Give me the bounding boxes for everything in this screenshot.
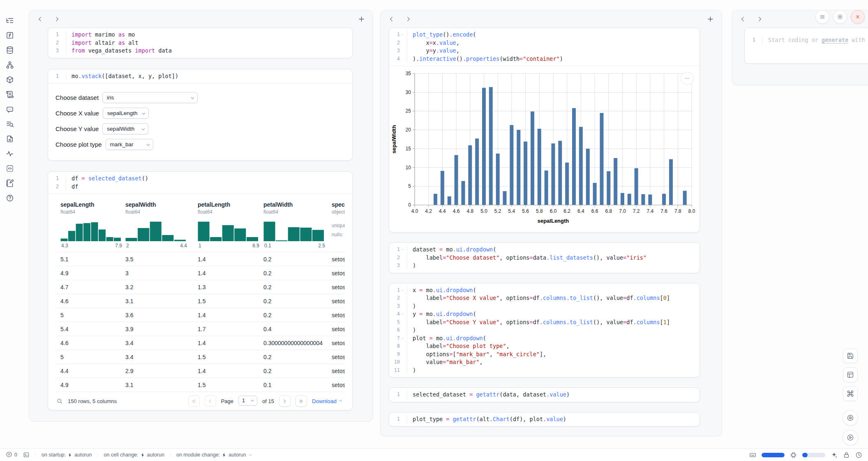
fold-toggle-icon[interactable]	[401, 248, 405, 252]
page-number-select[interactable]: 1	[238, 396, 257, 406]
interrupt-button[interactable]	[843, 410, 858, 426]
file-tree-icon[interactable]	[6, 16, 14, 25]
altair-bar-chart[interactable]: 4.04.24.44.64.85.05.25.45.65.86.06.26.46…	[390, 69, 698, 227]
code-editor[interactable]: 1import marimo as mo2import altair as al…	[48, 28, 352, 58]
database-icon[interactable]	[6, 46, 14, 54]
activity-icon[interactable]	[6, 150, 14, 158]
prev-page-button[interactable]	[205, 395, 216, 407]
scroll-text-icon[interactable]	[6, 90, 14, 99]
chip-icon[interactable]	[790, 452, 797, 459]
code-editor[interactable]: 1plot_type().encode(2 x=x.value,3 y=y.va…	[389, 28, 699, 66]
code-editor[interactable]: 1plot_type = getattr(alt.Chart(df), plot…	[389, 413, 699, 426]
code-cell-selected[interactable]: 1selected_dataset = getattr(data, datase…	[389, 387, 700, 402]
table-row[interactable]: 4.73.21.30.2setosa	[55, 280, 345, 294]
search-icon[interactable]	[56, 398, 63, 404]
code-block-icon[interactable]	[6, 164, 14, 173]
code-line: 1selected_dataset = getattr(data, datase…	[389, 391, 699, 399]
terminal-icon[interactable]	[23, 452, 30, 458]
choose-plot-type-select[interactable]: mark_bar	[106, 139, 153, 150]
scroll-right-icon[interactable]	[405, 16, 412, 23]
code-cell-imports[interactable]: 1import marimo as mo2import altair as al…	[48, 28, 353, 58]
first-page-button[interactable]	[188, 395, 200, 407]
code-cell-df[interactable]: 1df = selected_dataset()2dfsepalLengthfl…	[48, 171, 353, 410]
function-square-icon[interactable]	[6, 31, 14, 39]
table-row[interactable]: 53.41.50.2setosa	[55, 350, 345, 364]
table-column-header[interactable]: petalLengthfloat6416.9	[198, 201, 263, 249]
code-token: columns	[637, 319, 660, 325]
scroll-left-icon[interactable]	[37, 16, 44, 23]
table-column-header[interactable]: petalWidthfloat640.12.5	[263, 201, 332, 249]
package-icon[interactable]	[6, 76, 14, 84]
table-column-header[interactable]: sepalWidthfloat6424.4	[125, 201, 198, 249]
clock-icon[interactable]	[855, 452, 862, 459]
layout-button[interactable]	[843, 367, 858, 382]
choose-dataset-select[interactable]: iris	[102, 92, 198, 103]
table-column-header[interactable]: speciesobjectunique:nulls:	[332, 201, 345, 249]
code-cell-dataset[interactable]: 1dataset = mo.ui.dropdown(2 label="Choos…	[389, 242, 700, 273]
table-row[interactable]: 4.63.11.50.2setosa	[55, 294, 345, 308]
chart-options-button[interactable]	[681, 72, 694, 85]
choose-x-value-select[interactable]: sepalLength	[103, 108, 149, 119]
table-row[interactable]: 4.93.11.50.1setosa	[55, 378, 345, 392]
runtime-config-segment[interactable]: on module change:autorun	[170, 452, 253, 458]
add-cell-button[interactable]	[706, 15, 714, 23]
code-cell-xyplot[interactable]: 1x = mo.ui.dropdown(2 label="Choose X va…	[389, 283, 700, 378]
code-token: data	[155, 47, 172, 54]
download-button[interactable]: Download	[312, 398, 343, 404]
svg-text:6.8: 6.8	[605, 208, 612, 214]
save-button[interactable]	[843, 348, 858, 363]
scroll-right-icon[interactable]	[756, 16, 763, 23]
code-editor[interactable]: 1dataset = mo.ui.dropdown(2 label="Choos…	[389, 243, 699, 273]
table-column-header[interactable]: sepalLengthfloat644.37.9	[60, 201, 125, 249]
keyboard-icon[interactable]	[749, 452, 756, 459]
fold-toggle-icon[interactable]	[401, 288, 405, 292]
logs-search-icon[interactable]	[6, 120, 14, 128]
run-all-button[interactable]	[843, 430, 858, 445]
menu-button[interactable]	[815, 10, 829, 24]
add-cell-button[interactable]	[358, 15, 365, 23]
runtime-config-segment[interactable]: on cell change:autorun	[97, 452, 164, 458]
fold-toggle-icon[interactable]	[401, 312, 405, 316]
shutdown-button[interactable]	[851, 10, 865, 24]
scratchpad-icon[interactable]	[6, 179, 14, 187]
table-row[interactable]: 5.43.91.70.4setosa	[55, 322, 345, 336]
sparkles-icon[interactable]	[831, 452, 838, 459]
code-cell-plot[interactable]: 1plot_type().encode(2 x=x.value,3 y=y.va…	[389, 28, 700, 233]
new-cell-editor[interactable]: 1Start coding or generate with AI.	[744, 28, 868, 64]
settings-button[interactable]	[833, 10, 847, 24]
code-token: =	[429, 39, 433, 46]
next-page-button[interactable]	[279, 395, 291, 407]
table-row[interactable]: 53.61.40.2setosa	[55, 308, 345, 322]
code-cell-plottype[interactable]: 1plot_type = getattr(alt.Chart(df), plot…	[389, 412, 700, 427]
table-row[interactable]: 4.63.41.40.30000000000000004setosa	[55, 336, 345, 350]
shortcuts-button[interactable]	[843, 386, 858, 401]
lock-icon[interactable]	[843, 452, 850, 459]
code-editor[interactable]: 1x = mo.ui.dropdown(2 label="Choose X va…	[389, 284, 699, 378]
table-row[interactable]: 5.13.51.40.2setosa	[55, 252, 345, 266]
code-token: y	[433, 47, 436, 54]
code-token: =	[429, 47, 433, 54]
errors-indicator[interactable]: 0	[6, 451, 17, 459]
choose-y-value-select[interactable]: sepalWidth	[102, 123, 148, 134]
code-token: "Choose X value"	[446, 295, 499, 301]
code-editor[interactable]: 1Start coding or generate with AI.	[745, 28, 868, 63]
code-editor[interactable]: 1df = selected_dataset()2df	[48, 172, 352, 194]
table-row[interactable]: 4.931.40.2setosa	[55, 266, 345, 280]
code-cell-vstack[interactable]: 1mo.vstack([dataset, x, y, plot])Choose …	[48, 69, 353, 161]
code-editor[interactable]: 1selected_dataset = getattr(data, datase…	[389, 388, 699, 402]
table-row[interactable]: 4.42.91.40.2setosa	[55, 364, 345, 378]
scroll-left-icon[interactable]	[739, 16, 746, 23]
help-icon[interactable]	[6, 194, 14, 202]
fold-toggle-icon[interactable]	[401, 33, 405, 37]
code-line: 2df	[48, 183, 352, 191]
dependency-graph-icon[interactable]	[6, 61, 14, 69]
snippets-icon[interactable]	[6, 135, 14, 143]
chat-bot-icon[interactable]	[6, 105, 14, 113]
runtime-config-segment[interactable]: on startup:autorun	[35, 452, 92, 458]
code-editor[interactable]: 1mo.vstack([dataset, x, y, plot])	[48, 69, 352, 83]
fold-toggle-icon[interactable]	[401, 336, 405, 340]
generate-with-ai-link[interactable]: generate	[822, 37, 848, 43]
scroll-left-icon[interactable]	[388, 16, 395, 23]
scroll-right-icon[interactable]	[53, 16, 60, 23]
last-page-button[interactable]	[295, 395, 307, 407]
